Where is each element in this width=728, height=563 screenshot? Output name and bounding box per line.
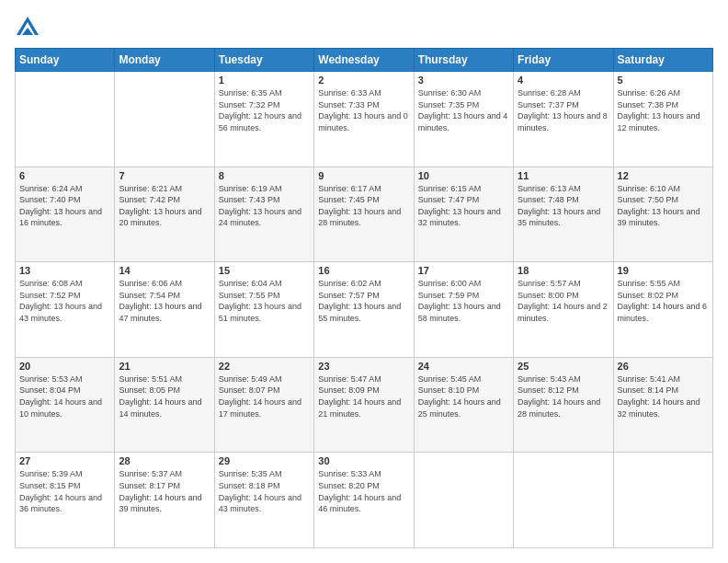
calendar-cell <box>613 453 712 548</box>
calendar-week-row: 13Sunrise: 6:08 AM Sunset: 7:52 PM Dayli… <box>16 262 713 358</box>
day-info: Sunrise: 5:51 AM Sunset: 8:05 PM Dayligh… <box>119 373 210 419</box>
calendar-cell: 19Sunrise: 5:55 AM Sunset: 8:02 PM Dayli… <box>613 262 712 358</box>
day-info: Sunrise: 6:13 AM Sunset: 7:48 PM Dayligh… <box>518 183 609 229</box>
day-number: 24 <box>418 361 509 372</box>
calendar-cell: 26Sunrise: 5:41 AM Sunset: 8:14 PM Dayli… <box>613 357 712 453</box>
calendar-cell <box>115 72 214 167</box>
day-number: 28 <box>119 455 210 466</box>
day-number: 17 <box>418 265 509 276</box>
day-info: Sunrise: 6:08 AM Sunset: 7:52 PM Dayligh… <box>19 278 110 324</box>
day-info: Sunrise: 6:19 AM Sunset: 7:43 PM Dayligh… <box>219 183 310 229</box>
calendar-cell: 6Sunrise: 6:24 AM Sunset: 7:40 PM Daylig… <box>16 167 115 262</box>
calendar-cell <box>414 453 513 548</box>
calendar-table: SundayMondayTuesdayWednesdayThursdayFrid… <box>15 48 713 548</box>
day-info: Sunrise: 5:43 AM Sunset: 8:12 PM Dayligh… <box>518 373 609 419</box>
calendar-cell: 21Sunrise: 5:51 AM Sunset: 8:05 PM Dayli… <box>115 357 214 453</box>
calendar-cell: 14Sunrise: 6:06 AM Sunset: 7:54 PM Dayli… <box>115 262 214 358</box>
day-info: Sunrise: 6:04 AM Sunset: 7:55 PM Dayligh… <box>219 278 310 324</box>
day-number: 3 <box>418 75 509 86</box>
day-number: 6 <box>19 170 110 181</box>
day-info: Sunrise: 6:33 AM Sunset: 7:33 PM Dayligh… <box>318 87 409 133</box>
day-number: 21 <box>119 361 210 372</box>
day-info: Sunrise: 6:28 AM Sunset: 7:37 PM Dayligh… <box>518 87 609 133</box>
calendar-header-row: SundayMondayTuesdayWednesdayThursdayFrid… <box>16 49 713 72</box>
calendar-cell: 2Sunrise: 6:33 AM Sunset: 7:33 PM Daylig… <box>314 72 414 167</box>
day-number: 16 <box>318 265 409 276</box>
day-number: 8 <box>219 170 310 181</box>
day-info: Sunrise: 5:41 AM Sunset: 8:14 PM Dayligh… <box>618 373 709 419</box>
logo <box>15 15 44 40</box>
calendar-cell: 29Sunrise: 5:35 AM Sunset: 8:18 PM Dayli… <box>214 453 313 548</box>
day-number: 27 <box>19 455 110 466</box>
day-info: Sunrise: 6:10 AM Sunset: 7:50 PM Dayligh… <box>618 183 709 229</box>
calendar-cell: 7Sunrise: 6:21 AM Sunset: 7:42 PM Daylig… <box>115 167 214 262</box>
day-info: Sunrise: 5:45 AM Sunset: 8:10 PM Dayligh… <box>418 373 509 419</box>
calendar-cell: 30Sunrise: 5:33 AM Sunset: 8:20 PM Dayli… <box>314 453 414 548</box>
day-info: Sunrise: 5:35 AM Sunset: 8:18 PM Dayligh… <box>219 468 310 514</box>
day-info: Sunrise: 6:35 AM Sunset: 7:32 PM Dayligh… <box>219 87 310 133</box>
day-number: 26 <box>618 361 709 372</box>
calendar-cell: 22Sunrise: 5:49 AM Sunset: 8:07 PM Dayli… <box>214 357 313 453</box>
calendar-day-header: Sunday <box>16 49 115 72</box>
calendar-cell: 24Sunrise: 5:45 AM Sunset: 8:10 PM Dayli… <box>414 357 513 453</box>
day-number: 23 <box>318 361 409 372</box>
calendar-cell: 3Sunrise: 6:30 AM Sunset: 7:35 PM Daylig… <box>414 72 513 167</box>
calendar-cell: 17Sunrise: 6:00 AM Sunset: 7:59 PM Dayli… <box>414 262 513 358</box>
calendar-cell: 25Sunrise: 5:43 AM Sunset: 8:12 PM Dayli… <box>514 357 613 453</box>
day-number: 25 <box>518 361 609 372</box>
day-info: Sunrise: 6:26 AM Sunset: 7:38 PM Dayligh… <box>618 87 709 133</box>
day-number: 20 <box>19 361 110 372</box>
calendar-day-header: Saturday <box>613 49 712 72</box>
calendar-day-header: Friday <box>514 49 613 72</box>
calendar-cell: 13Sunrise: 6:08 AM Sunset: 7:52 PM Dayli… <box>16 262 115 358</box>
day-info: Sunrise: 5:55 AM Sunset: 8:02 PM Dayligh… <box>618 278 709 324</box>
calendar-day-header: Thursday <box>414 49 513 72</box>
day-number: 18 <box>518 265 609 276</box>
calendar-cell: 23Sunrise: 5:47 AM Sunset: 8:09 PM Dayli… <box>314 357 414 453</box>
day-info: Sunrise: 6:00 AM Sunset: 7:59 PM Dayligh… <box>418 278 509 324</box>
calendar-week-row: 1Sunrise: 6:35 AM Sunset: 7:32 PM Daylig… <box>16 72 713 167</box>
calendar-cell: 1Sunrise: 6:35 AM Sunset: 7:32 PM Daylig… <box>214 72 313 167</box>
day-number: 10 <box>418 170 509 181</box>
calendar-cell: 10Sunrise: 6:15 AM Sunset: 7:47 PM Dayli… <box>414 167 513 262</box>
day-number: 9 <box>318 170 409 181</box>
calendar-cell: 5Sunrise: 6:26 AM Sunset: 7:38 PM Daylig… <box>613 72 712 167</box>
day-number: 13 <box>19 265 110 276</box>
calendar-cell: 12Sunrise: 6:10 AM Sunset: 7:50 PM Dayli… <box>613 167 712 262</box>
day-info: Sunrise: 5:57 AM Sunset: 8:00 PM Dayligh… <box>518 278 609 324</box>
calendar-week-row: 6Sunrise: 6:24 AM Sunset: 7:40 PM Daylig… <box>16 167 713 262</box>
day-info: Sunrise: 5:47 AM Sunset: 8:09 PM Dayligh… <box>318 373 409 419</box>
day-info: Sunrise: 5:49 AM Sunset: 8:07 PM Dayligh… <box>219 373 310 419</box>
calendar-cell <box>514 453 613 548</box>
calendar-cell: 20Sunrise: 5:53 AM Sunset: 8:04 PM Dayli… <box>16 357 115 453</box>
calendar-day-header: Wednesday <box>314 49 414 72</box>
day-info: Sunrise: 6:02 AM Sunset: 7:57 PM Dayligh… <box>318 278 409 324</box>
day-number: 15 <box>219 265 310 276</box>
logo-icon <box>15 15 40 40</box>
day-number: 4 <box>518 75 609 86</box>
calendar-cell <box>16 72 115 167</box>
calendar-cell: 27Sunrise: 5:39 AM Sunset: 8:15 PM Dayli… <box>16 453 115 548</box>
day-number: 5 <box>618 75 709 86</box>
calendar-cell: 8Sunrise: 6:19 AM Sunset: 7:43 PM Daylig… <box>214 167 313 262</box>
day-info: Sunrise: 5:53 AM Sunset: 8:04 PM Dayligh… <box>19 373 110 419</box>
day-number: 11 <box>518 170 609 181</box>
day-info: Sunrise: 5:33 AM Sunset: 8:20 PM Dayligh… <box>318 468 409 514</box>
day-info: Sunrise: 6:24 AM Sunset: 7:40 PM Dayligh… <box>19 183 110 229</box>
day-number: 30 <box>318 455 409 466</box>
day-number: 2 <box>318 75 409 86</box>
day-number: 19 <box>618 265 709 276</box>
calendar-cell: 16Sunrise: 6:02 AM Sunset: 7:57 PM Dayli… <box>314 262 414 358</box>
calendar-week-row: 20Sunrise: 5:53 AM Sunset: 8:04 PM Dayli… <box>16 357 713 453</box>
calendar-cell: 15Sunrise: 6:04 AM Sunset: 7:55 PM Dayli… <box>214 262 313 358</box>
page: SundayMondayTuesdayWednesdayThursdayFrid… <box>0 0 728 563</box>
calendar-cell: 11Sunrise: 6:13 AM Sunset: 7:48 PM Dayli… <box>514 167 613 262</box>
day-number: 7 <box>119 170 210 181</box>
day-info: Sunrise: 6:21 AM Sunset: 7:42 PM Dayligh… <box>119 183 210 229</box>
day-number: 12 <box>618 170 709 181</box>
day-info: Sunrise: 6:30 AM Sunset: 7:35 PM Dayligh… <box>418 87 509 133</box>
calendar-day-header: Tuesday <box>214 49 313 72</box>
header <box>15 15 713 40</box>
day-number: 22 <box>219 361 310 372</box>
day-info: Sunrise: 5:37 AM Sunset: 8:17 PM Dayligh… <box>119 468 210 514</box>
